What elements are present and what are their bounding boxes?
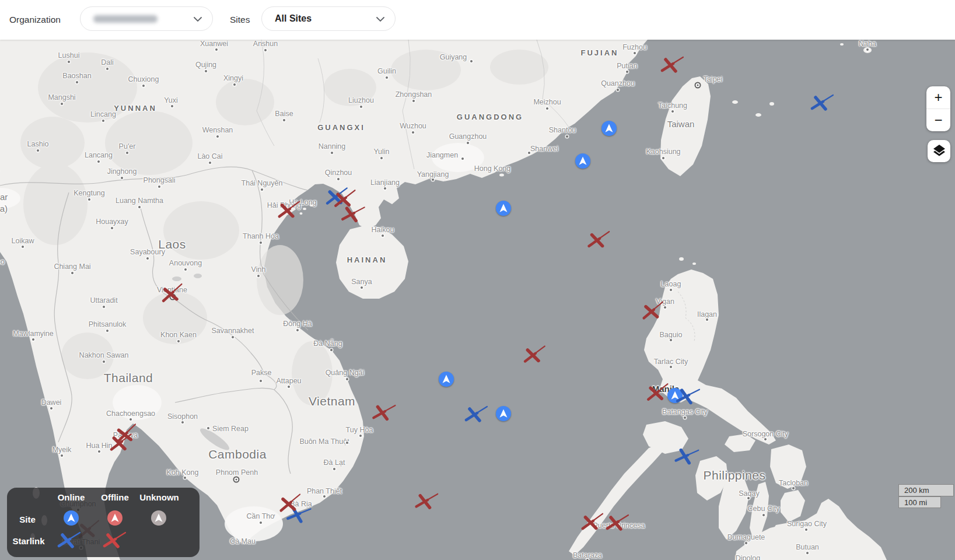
- sites-dropdown[interactable]: All Sites: [261, 6, 396, 31]
- starlink-marker-offline[interactable]: [414, 491, 438, 509]
- site-marker-online[interactable]: [601, 121, 617, 136]
- legend-starlink-offline-icon: [103, 531, 126, 551]
- scale-km: 200 km: [898, 484, 954, 496]
- legend-row-starlink: Starlink: [12, 536, 44, 546]
- starlink-marker-offline[interactable]: [522, 344, 547, 363]
- map-canvas[interactable]: [0, 40, 955, 560]
- starlink-marker-offline[interactable]: [580, 512, 604, 531]
- site-marker-online[interactable]: [496, 201, 511, 216]
- starlink-marker-offline[interactable]: [277, 492, 303, 513]
- starlink-marker-online[interactable]: [676, 386, 700, 405]
- starlink-marker-online[interactable]: [464, 405, 488, 422]
- site-marker-online[interactable]: [439, 372, 454, 387]
- starlink-marker-online[interactable]: [810, 93, 834, 111]
- starlink-marker-online[interactable]: [674, 445, 699, 466]
- map-base-svg: [0, 40, 955, 560]
- top-bar: Organization Sites All Sites: [0, 0, 955, 40]
- sites-label: Sites: [230, 15, 250, 25]
- starlink-marker-offline[interactable]: [109, 432, 133, 452]
- starlink-marker-offline[interactable]: [640, 300, 666, 320]
- legend: Online Offline Unknown Site Starlink: [7, 488, 200, 557]
- starlink-marker-offline[interactable]: [645, 382, 670, 402]
- legend-starlink-online-icon: [57, 531, 81, 551]
- chevron-down-icon: [194, 13, 202, 24]
- chevron-down-icon: [376, 13, 384, 24]
- sites-dropdown-value: All Sites: [275, 13, 312, 24]
- zoom-out-button[interactable]: −: [926, 109, 950, 131]
- site-marker-online[interactable]: [575, 153, 590, 169]
- starlink-marker-offline[interactable]: [606, 513, 629, 531]
- site-marker-online[interactable]: [496, 406, 511, 421]
- zoom-in-button[interactable]: +: [926, 86, 950, 108]
- organization-label: Organization: [9, 15, 61, 25]
- legend-col-online: Online: [58, 492, 85, 502]
- starlink-marker-offline[interactable]: [277, 200, 301, 219]
- legend-site-offline-icon: [107, 510, 123, 528]
- organization-value-redacted: [93, 15, 158, 23]
- starlink-marker-offline[interactable]: [586, 230, 611, 249]
- legend-col-unknown: Unknown: [139, 492, 179, 502]
- zoom-controls: + −: [926, 86, 950, 131]
- starlink-marker-offline[interactable]: [372, 402, 396, 421]
- legend-site-online-icon: [64, 510, 79, 528]
- starlink-marker-offline[interactable]: [660, 55, 684, 73]
- layers-button[interactable]: [928, 140, 950, 162]
- layers-icon: [932, 143, 946, 159]
- legend-row-site: Site: [19, 514, 36, 524]
- organization-dropdown[interactable]: [80, 6, 213, 31]
- legend-site-unknown-icon: [151, 510, 166, 528]
- legend-col-offline: Offline: [101, 492, 129, 502]
- starlink-marker-offline[interactable]: [341, 204, 365, 223]
- scale-mi: 100 mi: [898, 496, 941, 508]
